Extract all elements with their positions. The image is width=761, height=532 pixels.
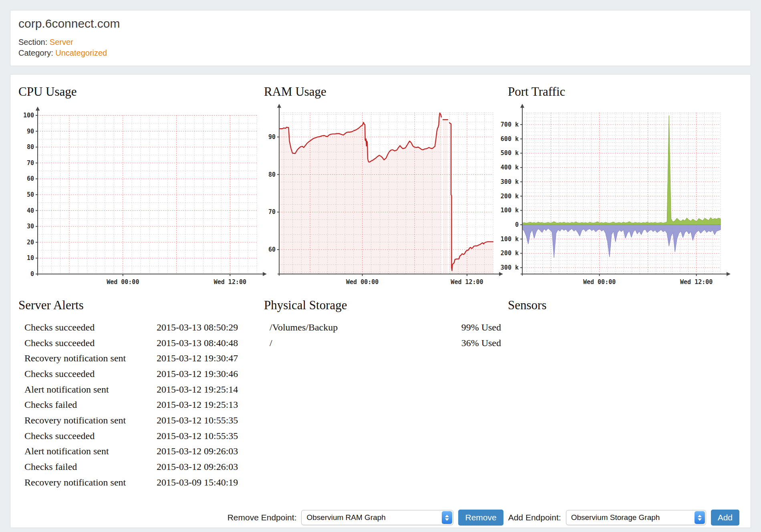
host-header-card: corp.6connect.com Section: Server Catego… bbox=[10, 10, 751, 66]
alert-event-label: Checks succeeded bbox=[24, 369, 157, 379]
alert-timestamp: 2015-03-13 08:40:48 bbox=[157, 338, 238, 349]
alert-row: Checks succeeded2015-03-13 08:40:48 bbox=[24, 335, 238, 351]
svg-text:70: 70 bbox=[27, 159, 34, 167]
svg-text:0: 0 bbox=[30, 270, 34, 278]
alert-row: Recovery notification sent2015-03-09 15:… bbox=[24, 475, 238, 490]
cpu-usage-chart: CPU Usage 1009080706050403020100Wed 00:0… bbox=[18, 85, 272, 293]
svg-text:100 k: 100 k bbox=[501, 236, 519, 243]
section-label: Section: bbox=[18, 38, 47, 46]
alert-timestamp: 2015-03-12 09:26:03 bbox=[157, 461, 238, 472]
alert-timestamp: 2015-03-12 19:30:46 bbox=[157, 369, 238, 379]
alert-timestamp: 2015-03-12 10:55:35 bbox=[157, 415, 238, 426]
alert-timestamp: 2015-03-12 10:55:35 bbox=[157, 431, 238, 441]
add-button[interactable]: Add bbox=[711, 510, 739, 526]
category-label: Category: bbox=[18, 48, 53, 57]
alert-row: Checks succeeded2015-03-12 19:30:46 bbox=[24, 366, 238, 382]
storage-used-percent: 36% Used bbox=[461, 338, 501, 349]
alert-timestamp: 2015-03-09 15:40:19 bbox=[157, 477, 238, 488]
svg-text:40: 40 bbox=[27, 207, 34, 214]
svg-text:60: 60 bbox=[27, 175, 34, 182]
svg-text:90: 90 bbox=[268, 133, 276, 141]
section-line: Section: Server bbox=[18, 37, 743, 48]
physical-storage-heading: Physical Storage bbox=[264, 298, 347, 312]
alert-row: Alert notification sent2015-03-12 09:26:… bbox=[24, 444, 238, 459]
svg-text:90: 90 bbox=[27, 128, 34, 135]
page: corp.6connect.com Section: Server Catego… bbox=[0, 0, 761, 532]
alert-event-label: Checks failed bbox=[24, 399, 157, 410]
remove-button[interactable]: Remove bbox=[458, 510, 503, 526]
svg-text:20: 20 bbox=[27, 239, 34, 246]
alert-event-label: Recovery notification sent bbox=[24, 415, 157, 426]
svg-text:100: 100 bbox=[23, 112, 34, 119]
svg-text:70: 70 bbox=[268, 208, 276, 216]
storage-row: /36% Used bbox=[270, 335, 501, 351]
alert-timestamp: 2015-03-12 09:26:03 bbox=[157, 446, 238, 457]
ram-usage-chart: RAM Usage 90807060Wed 00:00Wed 12:00 bbox=[259, 85, 512, 293]
server-alerts-list: Checks succeeded2015-03-13 08:50:29Check… bbox=[24, 320, 238, 490]
alert-row: Checks succeeded2015-03-12 10:55:35 bbox=[24, 428, 238, 444]
add-endpoint-select[interactable]: Observium Storage Graph bbox=[566, 510, 706, 525]
svg-text:200 k: 200 k bbox=[501, 250, 519, 257]
svg-text:Wed 12:00: Wed 12:00 bbox=[451, 278, 483, 286]
svg-text:100 k: 100 k bbox=[501, 207, 519, 214]
dashboard-card: CPU Usage 1009080706050403020100Wed 00:0… bbox=[10, 74, 751, 528]
svg-text:200 k: 200 k bbox=[501, 193, 519, 200]
alert-event-label: Recovery notification sent bbox=[24, 353, 157, 364]
physical-storage-list: /Volumes/Backup99% Used/36% Used bbox=[270, 320, 501, 351]
storage-path: /Volumes/Backup bbox=[270, 322, 338, 333]
category-value-link[interactable]: Uncategorized bbox=[55, 48, 107, 57]
port-chart-title: Port Traffic bbox=[508, 85, 743, 103]
alert-row: Checks succeeded2015-03-13 08:50:29 bbox=[24, 320, 238, 335]
remove-endpoint-select[interactable]: Observium RAM Graph bbox=[301, 510, 453, 525]
add-endpoint-select-value: Observium Storage Graph bbox=[566, 513, 665, 522]
svg-text:300 k: 300 k bbox=[501, 178, 519, 185]
port-graph-image: 700 k600 k500 k400 k300 k200 k100 k0100 … bbox=[499, 103, 743, 292]
svg-text:500 k: 500 k bbox=[501, 149, 519, 157]
select-stepper-icon bbox=[695, 511, 705, 524]
svg-text:Wed 00:00: Wed 00:00 bbox=[346, 278, 378, 286]
svg-text:80: 80 bbox=[27, 143, 34, 151]
svg-text:700 k: 700 k bbox=[501, 121, 519, 128]
category-line: Category: Uncategorized bbox=[18, 48, 743, 58]
remove-endpoint-label: Remove Endpoint: bbox=[227, 513, 297, 522]
add-endpoint-label: Add Endpoint: bbox=[508, 513, 561, 522]
port-traffic-chart: Port Traffic 700 k600 k500 k400 k300 k20… bbox=[499, 85, 743, 293]
svg-text:600 k: 600 k bbox=[501, 135, 519, 143]
page-title: corp.6connect.com bbox=[18, 17, 743, 30]
alert-row: Checks failed2015-03-12 19:25:13 bbox=[24, 397, 238, 413]
alert-timestamp: 2015-03-12 19:25:13 bbox=[157, 399, 238, 410]
select-stepper-icon bbox=[442, 511, 452, 524]
svg-text:0: 0 bbox=[515, 221, 519, 228]
svg-text:300 k: 300 k bbox=[501, 264, 519, 271]
endpoint-controls: Remove Endpoint: Observium RAM Graph Rem… bbox=[227, 510, 739, 526]
alert-row: Recovery notification sent2015-03-12 19:… bbox=[24, 351, 238, 366]
alert-event-label: Alert notification sent bbox=[24, 446, 157, 457]
remove-endpoint-select-value: Observium RAM Graph bbox=[302, 513, 390, 522]
storage-path: / bbox=[270, 338, 272, 349]
storage-row: /Volumes/Backup99% Used bbox=[270, 320, 501, 335]
alert-row: Checks failed2015-03-12 09:26:03 bbox=[24, 459, 238, 475]
svg-text:Wed 12:00: Wed 12:00 bbox=[214, 278, 246, 286]
alert-row: Alert notification sent2015-03-12 19:25:… bbox=[24, 382, 238, 397]
svg-text:Wed 00:00: Wed 00:00 bbox=[107, 278, 139, 286]
svg-text:10: 10 bbox=[27, 254, 34, 262]
alert-event-label: Alert notification sent bbox=[24, 384, 157, 395]
svg-text:Wed 12:00: Wed 12:00 bbox=[680, 278, 713, 286]
svg-text:30: 30 bbox=[27, 223, 34, 230]
sensors-heading: Sensors bbox=[508, 298, 546, 312]
alert-timestamp: 2015-03-12 19:25:14 bbox=[157, 384, 238, 395]
ram-chart-title: RAM Usage bbox=[264, 85, 512, 103]
cpu-chart-title: CPU Usage bbox=[18, 85, 272, 103]
alert-event-label: Checks failed bbox=[24, 461, 157, 472]
svg-text:400 k: 400 k bbox=[501, 164, 519, 171]
alert-row: Recovery notification sent2015-03-12 10:… bbox=[24, 413, 238, 428]
svg-text:50: 50 bbox=[27, 191, 34, 198]
svg-text:60: 60 bbox=[268, 246, 276, 253]
svg-text:Wed 00:00: Wed 00:00 bbox=[583, 278, 616, 286]
ram-graph-image: 90807060Wed 00:00Wed 12:00 bbox=[259, 103, 512, 292]
section-value-link[interactable]: Server bbox=[50, 38, 73, 46]
alert-timestamp: 2015-03-13 08:50:29 bbox=[157, 322, 238, 333]
alert-event-label: Checks succeeded bbox=[24, 431, 157, 441]
server-alerts-heading: Server Alerts bbox=[18, 298, 84, 312]
alert-event-label: Checks succeeded bbox=[24, 322, 157, 333]
